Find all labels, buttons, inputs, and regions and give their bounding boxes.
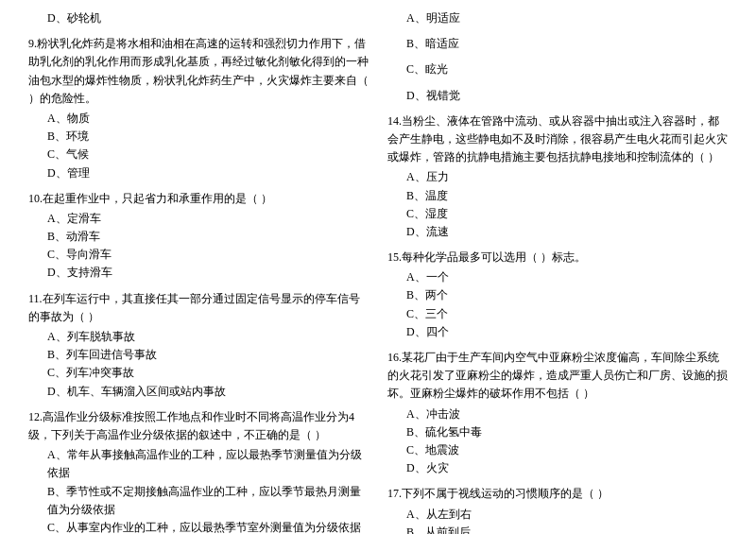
left-column: D、砂轮机 9.粉状乳化炸药是将水相和油相在高速的运转和强烈切力作用下，借助乳化…	[28, 9, 369, 534]
question-12-text: 12.高温作业分级标准按照工作地点和作业时不同将高温作业分为4级，下列关于高温作…	[28, 408, 369, 444]
q10-option-a: A、定滑车	[28, 210, 369, 228]
q13-option-d: D、视错觉	[387, 87, 728, 105]
q16-option-c: C、地震波	[387, 441, 728, 459]
q12-option-c: C、从事室内作业的工种，应以最热季节室外测量值为分级依据	[28, 519, 369, 534]
q15-option-c: C、三个	[387, 305, 728, 323]
q12-option-a: A、常年从事接触高温作业的工种，应以最热季节测量值为分级依据	[28, 446, 369, 482]
q10-option-d: D、支持滑车	[28, 264, 369, 282]
question-15-text: 15.每种化学品最多可以选用（ ）标志。	[387, 249, 728, 267]
q9-option-a: A、物质	[28, 110, 369, 128]
q13-option-c: C、眩光	[387, 60, 728, 78]
question-16: 16.某花厂由于生产车间内空气中亚麻粉尘浓度偏高，车间除尘系统的火花引发了亚麻粉…	[387, 349, 728, 477]
q15-option-d: D、四个	[387, 323, 728, 341]
q11-option-d: D、机车、车辆溜入区间或站内事故	[28, 383, 369, 401]
q14-option-d: D、流速	[387, 223, 728, 241]
question-17-text: 17.下列不属于视线运动的习惯顺序的是（ ）	[387, 485, 728, 503]
q13-option-b: B、暗适应	[387, 35, 728, 53]
q11-option-c: C、列车冲突事故	[28, 364, 369, 382]
q13-option-a: A、明适应	[387, 9, 728, 27]
q14-option-a: A、压力	[387, 168, 728, 186]
q17-option-a: A、从左到右	[387, 506, 728, 524]
q9-option-c: C、气候	[28, 146, 369, 164]
question-14-text: 14.当粉尘、液体在管路中流动、或从容器中抽出或注入容器时，都会产生静电，这些静…	[387, 112, 728, 167]
q12-option-b: B、季节性或不定期接触高温作业的工种，应以季节最热月测量值为分级依据	[28, 483, 369, 519]
q14-option-b: B、温度	[387, 187, 728, 205]
question-17: 17.下列不属于视线运动的习惯顺序的是（ ） A、从左到右 B、从前到后 C、从…	[387, 485, 728, 534]
q14-option-c: C、湿度	[387, 205, 728, 223]
q10-option-c: C、导向滑车	[28, 246, 369, 264]
question-11: 11.在列车运行中，其直接任其一部分通过固定信号显示的停车信号的事故为（ ） A…	[28, 290, 369, 401]
q11-option-a: A、列车脱轨事故	[28, 328, 369, 346]
q9-option-b: B、环境	[28, 128, 369, 146]
q15-option-a: A、一个	[387, 268, 728, 286]
option-label: D、砂轮机	[28, 9, 369, 27]
question-12: 12.高温作业分级标准按照工作地点和作业时不同将高温作业分为4级，下列关于高温作…	[28, 408, 369, 534]
option-d-sandwheel: D、砂轮机	[28, 9, 369, 27]
question-15: 15.每种化学品最多可以选用（ ）标志。 A、一个 B、两个 C、三个 D、四个	[387, 249, 728, 341]
question-9: 9.粉状乳化炸药是将水相和油相在高速的运转和强烈切力作用下，借助乳化剂的乳化作用…	[28, 35, 369, 182]
question-10-text: 10.在起重作业中，只起省力和承重作用的是（ ）	[28, 190, 369, 208]
question-16-text: 16.某花厂由于生产车间内空气中亚麻粉尘浓度偏高，车间除尘系统的火花引发了亚麻粉…	[387, 349, 728, 404]
q9-option-d: D、管理	[28, 164, 369, 182]
question-9-text: 9.粉状乳化炸药是将水相和油相在高速的运转和强烈切力作用下，借助乳化剂的乳化作用…	[28, 35, 369, 108]
q16-option-d: D、火灾	[387, 459, 728, 477]
q10-option-b: B、动滑车	[28, 228, 369, 246]
right-column: A、明适应 B、暗适应 C、眩光 D、视错觉 14.当粉尘、液体在管路中流动、或…	[387, 9, 728, 534]
question-14: 14.当粉尘、液体在管路中流动、或从容器中抽出或注入容器时，都会产生静电，这些静…	[387, 112, 728, 241]
question-11-text: 11.在列车运行中，其直接任其一部分通过固定信号显示的停车信号的事故为（ ）	[28, 290, 369, 326]
q15-option-b: B、两个	[387, 286, 728, 304]
q16-option-b: B、硫化氢中毒	[387, 423, 728, 441]
two-column-layout: D、砂轮机 9.粉状乳化炸药是将水相和油相在高速的运转和强烈切力作用下，借助乳化…	[28, 9, 728, 534]
q11-option-b: B、列车回进信号事故	[28, 346, 369, 364]
question-10: 10.在起重作业中，只起省力和承重作用的是（ ） A、定滑车 B、动滑车 C、导…	[28, 190, 369, 283]
page-container: D、砂轮机 9.粉状乳化炸药是将水相和油相在高速的运转和强烈切力作用下，借助乳化…	[28, 9, 728, 534]
q17-option-b: B、从前到后	[387, 524, 728, 534]
q16-option-a: A、冲击波	[387, 405, 728, 423]
